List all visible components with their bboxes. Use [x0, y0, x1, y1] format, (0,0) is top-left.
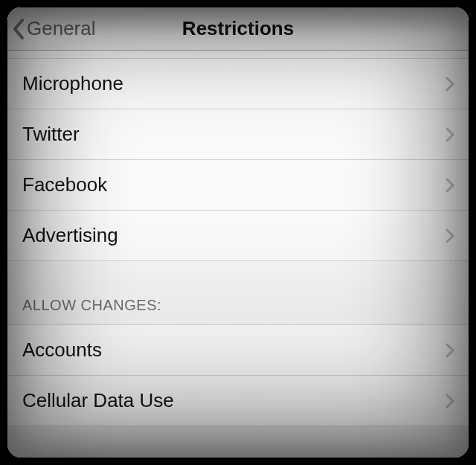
cell-cellular-data-use[interactable]: Cellular Data Use	[7, 376, 469, 426]
cell-accounts[interactable]: Accounts	[7, 325, 469, 376]
cell-label: Cellular Data Use	[22, 389, 174, 412]
back-button[interactable]: General	[7, 17, 96, 40]
back-label: General	[27, 17, 96, 40]
cell-advertising[interactable]: Advertising	[7, 211, 469, 261]
cell-label: Twitter	[22, 123, 80, 146]
settings-group-allow-changes: Accounts Cellular Data Use	[7, 324, 469, 426]
cell-label: Facebook	[22, 173, 107, 196]
chevron-left-icon	[12, 18, 25, 40]
cell-label: Microphone	[22, 72, 123, 95]
cell-label: Accounts	[22, 339, 102, 362]
chevron-right-icon	[445, 177, 455, 193]
navbar: General Restrictions	[7, 7, 469, 51]
chevron-right-icon	[445, 126, 455, 143]
section-header-allow-changes: ALLOW CHANGES:	[7, 261, 469, 324]
cell-twitter[interactable]: Twitter	[7, 109, 469, 160]
cell-label: Advertising	[22, 224, 118, 247]
chevron-right-icon	[445, 393, 455, 409]
settings-screen: General Restrictions Microphone Twitter …	[7, 7, 469, 458]
chevron-right-icon	[445, 76, 455, 92]
chevron-right-icon	[445, 228, 455, 244]
settings-group-privacy: Microphone Twitter Facebook Advertising	[7, 58, 469, 261]
chevron-right-icon	[445, 342, 455, 359]
cell-microphone[interactable]: Microphone	[7, 59, 469, 109]
cell-facebook[interactable]: Facebook	[7, 160, 469, 211]
